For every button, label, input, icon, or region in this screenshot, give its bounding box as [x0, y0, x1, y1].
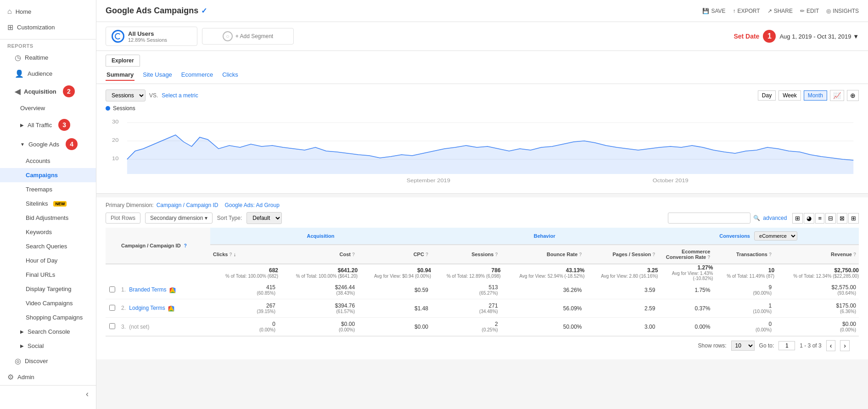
table-row: 3. (not set) 0(0.00%) $0.00(0.00%) $0.00…: [106, 318, 859, 336]
row-checkbox-2[interactable]: [106, 318, 118, 336]
sort-select[interactable]: Default: [246, 212, 282, 224]
secondary-dim-button[interactable]: Secondary dimension ▾: [145, 213, 213, 224]
total-bounce: 43.13% Avg for View: 52.94% (-18.52%): [501, 264, 585, 281]
search-input[interactable]: [668, 213, 750, 224]
day-button[interactable]: Day: [758, 90, 776, 101]
row-rev-0: $2,575.00(93.64%): [774, 281, 859, 299]
row-name-0[interactable]: Branded Terms: [129, 286, 166, 293]
sidebar-item-campaigns[interactable]: Campaigns: [0, 168, 96, 182]
tab-ecommerce[interactable]: Ecommerce: [180, 69, 214, 81]
sidebar-item-display-targeting[interactable]: Display Targeting: [0, 282, 96, 296]
export-button[interactable]: ↑ EXPORT: [733, 8, 760, 14]
sidebar-item-realtime[interactable]: ◷ Realtime: [0, 50, 96, 66]
sidebar-item-all-traffic[interactable]: ▶ All Traffic 3: [0, 115, 96, 134]
row-cpc-2: $0.00: [358, 318, 431, 336]
sidebar-item-hour-of-day[interactable]: Hour of Day: [0, 253, 96, 268]
sidebar-item-keywords[interactable]: Keywords: [0, 225, 96, 239]
search-icon[interactable]: 🔍: [753, 215, 760, 221]
sidebar-item-admin[interactable]: ⚙ Admin: [0, 369, 96, 385]
next-page-button[interactable]: ›: [840, 340, 850, 351]
month-button[interactable]: Month: [804, 90, 827, 101]
primary-dim-label: Primary Dimension:: [106, 202, 154, 208]
row-name-2[interactable]: (not set): [129, 324, 149, 330]
th-cost[interactable]: Cost ?: [278, 245, 358, 264]
line-chart-button[interactable]: 📈: [830, 90, 844, 101]
sidebar-item-google-ads[interactable]: ▼ Google Ads 4: [0, 134, 96, 154]
add-segment-button[interactable]: ○ + Add Segment: [202, 28, 294, 45]
sidebar-item-video-campaigns[interactable]: Video Campaigns: [0, 296, 96, 310]
sidebar-item-social[interactable]: ▶ Social: [0, 339, 96, 353]
pie-view-button[interactable]: ◕: [804, 213, 814, 224]
add-segment-label: + Add Segment: [235, 33, 273, 39]
total-cost: $641.20 % of Total: 100.00% ($641.20): [278, 264, 358, 281]
sidebar: ⌂ Home ⊞ Customization REPORTS ◷ Realtim…: [0, 0, 96, 409]
row-ecomm-1: 0.37%: [658, 299, 713, 318]
topbar-actions: 💾 SAVE ↑ EXPORT ↗ SHARE ✏ EDIT ◎ INSIGHT…: [702, 8, 859, 14]
list-view-button[interactable]: ≡: [815, 213, 824, 224]
donut-chart-button[interactable]: ⊕: [847, 90, 859, 101]
th-transactions[interactable]: Transactions ?: [713, 245, 774, 264]
sidebar-item-overview[interactable]: Overview: [0, 101, 96, 115]
share-button[interactable]: ↗ SHARE: [767, 8, 793, 14]
th-ecomm-rate[interactable]: Ecommerce Conversion Rate ?: [658, 245, 713, 264]
sidebar-collapse-button[interactable]: ‹: [0, 385, 96, 403]
tab-site-usage[interactable]: Site Usage: [142, 69, 173, 81]
tab-clicks[interactable]: Clicks: [221, 69, 239, 81]
primary-dim-value[interactable]: Campaign / Campaign ID: [157, 202, 218, 208]
segment-bar: All Users 12.89% Sessions ○ + Add Segmen…: [96, 22, 868, 51]
comparison-view-button[interactable]: ⊟: [825, 213, 836, 224]
th-bounce-rate[interactable]: Bounce Rate ?: [501, 245, 585, 264]
metric-select[interactable]: Sessions: [106, 90, 146, 101]
sidebar-item-search-queries[interactable]: Search Queries: [0, 239, 96, 253]
row-checkbox-1[interactable]: [106, 299, 118, 318]
advanced-link[interactable]: advanced: [763, 215, 787, 221]
export-icon: ↑: [733, 8, 736, 14]
sidebar-item-final-urls[interactable]: Final URLs: [0, 268, 96, 282]
row-checkbox-0[interactable]: [106, 281, 118, 299]
secondary-dim-link[interactable]: Google Ads: Ad Group: [224, 202, 279, 208]
acquisition-icon: ◀: [15, 87, 20, 96]
sidebar-item-sitelinks[interactable]: Sitelinks NEW: [0, 196, 96, 211]
th-pages-session[interactable]: Pages / Session ?: [584, 245, 658, 264]
view-icons: ⊞ ◕ ≡ ⊟ ⊠ ⊞: [792, 213, 859, 224]
table-row: 2. Lodging Terms 267(39.15%) $394.76(61.…: [106, 299, 859, 318]
sidebar-item-acquisition[interactable]: ◀ Acquisition 2: [0, 82, 96, 101]
pivot-view-button[interactable]: ⊠: [837, 213, 847, 224]
th-sessions[interactable]: Sessions ?: [431, 245, 501, 264]
sidebar-item-accounts[interactable]: Accounts: [0, 154, 96, 168]
tab-summary[interactable]: Summary: [106, 69, 134, 81]
sidebar-item-shopping-campaigns[interactable]: Shopping Campaigns: [0, 310, 96, 325]
th-revenue[interactable]: Revenue ?: [774, 245, 859, 264]
sidebar-item-treemaps[interactable]: Treemaps: [0, 182, 96, 196]
sidebar-item-search-console[interactable]: ▶ Search Console: [0, 325, 96, 339]
conversions-select[interactable]: eCommerce: [754, 231, 797, 241]
plot-rows-button[interactable]: Plot Rows: [106, 213, 140, 224]
explorer-tab[interactable]: Explorer: [106, 55, 140, 67]
prev-page-button[interactable]: ‹: [826, 340, 836, 351]
chart-wrapper: 30 20 10 September 2019 October 2019: [106, 114, 859, 188]
sidebar-item-audience[interactable]: 👤 Audience: [0, 66, 96, 82]
custom-view-button[interactable]: ⊞: [848, 213, 859, 224]
show-rows-select[interactable]: 1025100: [731, 341, 755, 351]
row-cost-0: $246.44(38.43%): [278, 281, 358, 299]
sidebar-item-discover[interactable]: ◎ Discover: [0, 353, 96, 369]
edit-button[interactable]: ✏ EDIT: [800, 8, 819, 14]
row-pages-0: 3.59: [584, 281, 658, 299]
date-range-value[interactable]: Aug 1, 2019 - Oct 31, 2019 ▼: [779, 33, 859, 40]
th-help-icon[interactable]: ?: [184, 243, 187, 248]
save-button[interactable]: 💾 SAVE: [702, 8, 725, 14]
go-to-input[interactable]: [778, 341, 795, 350]
week-button[interactable]: Week: [778, 90, 801, 101]
insights-button[interactable]: ◎ INSIGHTS: [826, 8, 859, 14]
select-metric[interactable]: Select a metric: [162, 92, 198, 99]
all-users-segment[interactable]: All Users 12.89% Sessions: [106, 27, 197, 46]
grid-view-button[interactable]: ⊞: [792, 213, 803, 224]
row-name-1[interactable]: Lodging Terms: [129, 305, 165, 311]
sidebar-customization-label: Customization: [17, 24, 55, 31]
sidebar-item-home[interactable]: ⌂ Home: [0, 4, 96, 19]
sidebar-item-customization[interactable]: ⊞ Customization: [0, 19, 96, 35]
th-clicks[interactable]: Clicks ? ↓: [210, 245, 278, 264]
sidebar-item-bid-adjustments[interactable]: Bid Adjustments: [0, 211, 96, 225]
th-cpc[interactable]: CPC ?: [358, 245, 431, 264]
home-icon: ⌂: [7, 7, 12, 16]
